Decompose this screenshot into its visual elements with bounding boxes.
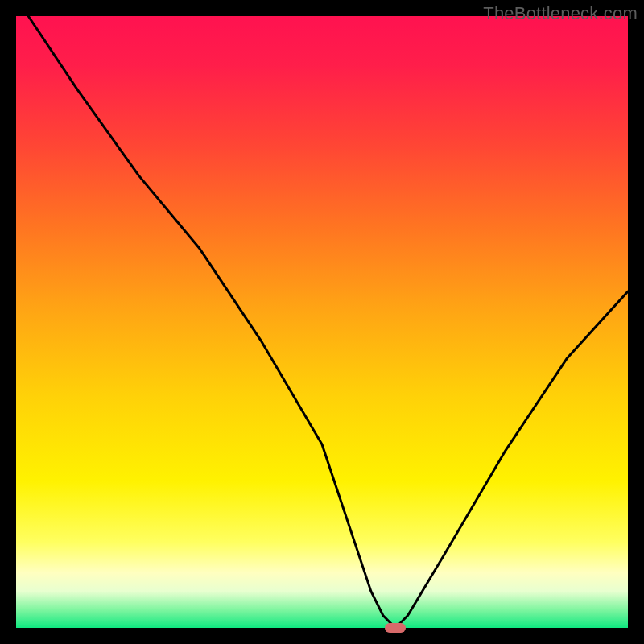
optimal-marker (385, 623, 406, 633)
chart-container: TheBottleneck.com (0, 0, 644, 644)
watermark-text: TheBottleneck.com (483, 3, 638, 24)
bottleneck-curve (16, 16, 628, 628)
curve-path (28, 16, 628, 628)
plot-area (16, 16, 628, 628)
